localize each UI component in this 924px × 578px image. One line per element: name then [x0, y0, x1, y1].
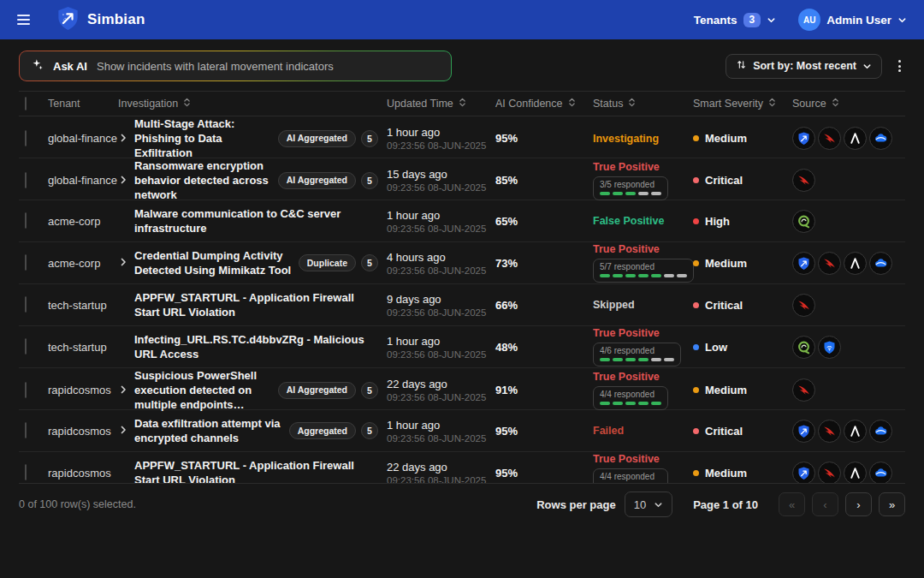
status-label: True Positive	[593, 371, 693, 383]
first-page-button[interactable]: «	[779, 492, 805, 516]
source-lambda-icon	[844, 127, 867, 150]
chevron-down-icon	[862, 62, 872, 71]
more-options-kebab-icon[interactable]	[894, 57, 905, 75]
tenant-name: global-finance	[48, 132, 118, 145]
investigation-title: APPFW_STARTURL - Application Firewall St…	[134, 290, 378, 319]
responded-progress: 4/6 responded	[593, 343, 681, 366]
table-row[interactable]: global-financeRansomware encryption beha…	[19, 158, 905, 200]
investigation-title: Multi-Stage Attack: Phishing to Data Exf…	[134, 116, 271, 160]
tenants-count-badge: 3	[743, 13, 761, 27]
source-lambda-icon	[844, 252, 867, 275]
table-row[interactable]: global-financeMulti-Stage Attack: Phishi…	[19, 116, 905, 158]
table-row[interactable]: acme-corpMalware communication to C&C se…	[19, 200, 905, 242]
status-label: True Positive	[593, 161, 693, 173]
expand-row-chevron-icon[interactable]	[118, 383, 128, 398]
source-lambda-icon	[844, 420, 867, 443]
row-checkbox[interactable]	[25, 130, 27, 146]
table-row[interactable]: rapidcosmosSuspicious PowerShell executi…	[19, 368, 905, 410]
severity-dot	[693, 135, 699, 141]
row-checkbox[interactable]	[25, 422, 27, 438]
last-page-button[interactable]: »	[879, 492, 905, 516]
source-simbian-icon	[792, 127, 815, 150]
source-crowdstrike-icon	[818, 127, 841, 150]
prev-page-button[interactable]: ‹	[812, 492, 838, 516]
updated-time-relative: 4 hours ago	[387, 251, 495, 264]
column-header-source[interactable]: Source	[792, 97, 905, 110]
updated-time-absolute: 09:23:56 08-JUN-2025	[387, 475, 495, 485]
table-row[interactable]: acme-corpCredential Dumping Activity Det…	[19, 242, 905, 284]
expand-row-chevron-icon[interactable]	[118, 423, 128, 438]
ai-confidence-value: 91%	[495, 384, 593, 396]
table-row[interactable]: tech-startupAPPFW_STARTURL - Application…	[19, 284, 905, 326]
expand-row-chevron-icon[interactable]	[118, 255, 128, 271]
row-checkbox[interactable]	[25, 338, 27, 355]
user-name: Admin User	[826, 14, 891, 27]
rows-per-page-select[interactable]: 10	[625, 492, 672, 517]
select-all-checkbox[interactable]	[25, 97, 27, 110]
updated-time-relative: 1 hour ago	[387, 126, 495, 139]
updated-time-absolute: 09:23:56 08-JUN-2025	[387, 265, 495, 276]
row-checkbox[interactable]	[25, 172, 27, 188]
column-header-status[interactable]: Status	[593, 97, 693, 110]
aggregation-count-badge: 5	[361, 130, 378, 147]
aggregation-badge: Duplicate	[299, 254, 356, 271]
source-netskope-icon	[818, 336, 841, 359]
row-checkbox[interactable]	[25, 296, 27, 313]
row-checkbox[interactable]	[25, 464, 27, 480]
expand-row-chevron-icon[interactable]	[118, 173, 128, 188]
status-label: True Positive	[593, 243, 693, 255]
aggregation-badge: AI Aggregated	[278, 172, 356, 189]
ask-ai-input[interactable]: Ask AI Show incidents with lateral movem…	[20, 51, 451, 80]
severity-dot	[693, 302, 699, 308]
source-zscaler-icon	[869, 462, 892, 485]
sort-button[interactable]: Sort by: Most recent	[726, 54, 882, 79]
updated-time-relative: 22 days ago	[387, 378, 495, 390]
tenants-label: Tenants	[694, 14, 737, 27]
ai-confidence-value: 85%	[495, 174, 593, 187]
source-zscaler-icon	[869, 252, 892, 275]
tenant-name: rapidcosmos	[48, 425, 118, 438]
investigation-title: Suspicious PowerShell execution detected…	[134, 368, 271, 412]
tenants-dropdown[interactable]: Tenants 3	[694, 13, 776, 27]
column-header-investigation[interactable]: Investigation	[118, 97, 387, 110]
ask-ai-query-text: Show incidents with lateral movement ind…	[97, 60, 334, 73]
sort-toggle-icon	[768, 97, 776, 110]
column-header-tenant: Tenant	[48, 98, 118, 110]
sort-toggle-icon	[832, 97, 839, 110]
investigation-title: Malware communication to C&C server infr…	[134, 206, 378, 235]
row-checkbox[interactable]	[25, 382, 27, 398]
severity-label: Critical	[705, 299, 743, 312]
row-checkbox[interactable]	[25, 254, 27, 271]
incidents-table: TenantInvestigationUpdated TimeAI Confid…	[19, 91, 905, 484]
updated-time-absolute: 09:23:56 08-JUN-2025	[387, 433, 495, 444]
column-header-smart-severity[interactable]: Smart Severity	[693, 97, 792, 110]
severity-dot	[693, 470, 699, 476]
aggregation-badge: AI Aggregated	[278, 382, 356, 399]
ai-confidence-value: 95%	[495, 467, 593, 480]
table-row[interactable]: rapidcosmosData exfiltration attempt via…	[19, 410, 905, 452]
investigation-title: Credential Dumping Activity Detected Usi…	[134, 248, 292, 277]
responded-progress: 5/7 responded	[593, 259, 694, 283]
user-menu[interactable]: AU Admin User	[798, 9, 907, 31]
sort-toggle-icon	[459, 97, 466, 110]
responded-progress: 4/4 responded	[593, 468, 668, 484]
investigation-title: Ransomware encryption behavior detected …	[134, 158, 271, 202]
source-crowdstrike-icon	[792, 169, 815, 192]
source-qualys-icon	[792, 210, 815, 233]
aggregation-badge: AI Aggregated	[278, 130, 356, 147]
table-row[interactable]: tech-startupInfecting_URL.RS.TC.d4bbvZRg…	[19, 326, 905, 368]
sort-toggle-icon	[183, 97, 191, 110]
column-header-ai-confidence[interactable]: AI Confidence	[495, 97, 593, 110]
responded-progress: 3/5 responded	[593, 176, 668, 200]
row-checkbox[interactable]	[25, 212, 27, 229]
updated-time-absolute: 09:23:56 08-JUN-2025	[387, 349, 495, 360]
aggregation-badge: Aggregated	[289, 422, 356, 439]
expand-row-chevron-icon[interactable]	[118, 131, 128, 146]
source-zscaler-icon	[869, 420, 892, 443]
updated-time-relative: 9 days ago	[387, 293, 495, 306]
table-row[interactable]: rapidcosmosAPPFW_STARTURL - Application …	[19, 452, 905, 484]
column-header-updated-time[interactable]: Updated Time	[387, 97, 495, 110]
next-page-button[interactable]: ›	[845, 492, 872, 516]
page-info: Page 1 of 10	[693, 498, 758, 511]
hamburger-menu-icon[interactable]	[17, 15, 38, 25]
